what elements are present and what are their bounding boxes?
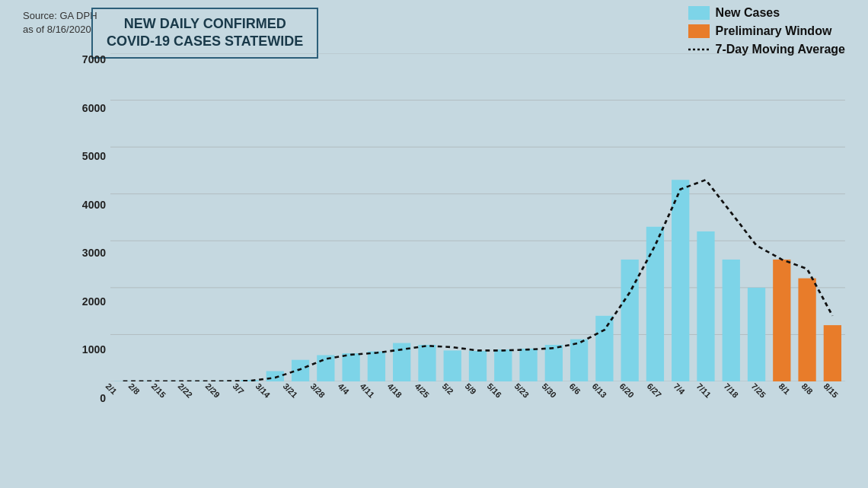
x-axis-label: 2/29	[204, 381, 222, 400]
x-axis-label: 3/21	[281, 381, 299, 400]
bar	[342, 353, 359, 381]
x-axis-label: 4/11	[359, 381, 377, 400]
x-axis-label: 7/11	[695, 381, 713, 400]
y-axis-label: 3000	[82, 247, 106, 259]
bar	[368, 352, 385, 381]
bar	[723, 260, 740, 381]
bar	[570, 340, 588, 381]
x-axis-label: 6/27	[645, 381, 663, 400]
bar	[266, 371, 284, 381]
preliminary-label: Preliminary Window	[716, 24, 832, 38]
x-axis-label: 5/16	[486, 381, 504, 400]
x-axis-label: 4/18	[386, 381, 404, 400]
legend-preliminary: Preliminary Window	[688, 24, 845, 38]
x-axis-label: 5/30	[541, 381, 559, 400]
new-cases-label: New Cases	[716, 6, 780, 20]
bar	[469, 351, 487, 381]
x-axis-label: 7/18	[723, 381, 741, 400]
x-axis: 2/12/82/152/222/293/73/143/213/284/44/11…	[110, 381, 845, 404]
bar	[672, 180, 689, 381]
y-axis: 01000200030004000500060007000	[65, 53, 110, 404]
bar	[595, 316, 613, 381]
source-text: Source: GA DPH as of 8/16/2020	[23, 9, 97, 37]
x-axis-label: 4/25	[413, 381, 432, 400]
y-axis-label: 1000	[82, 343, 106, 356]
x-axis-label: 2/22	[177, 381, 195, 400]
x-axis-label: 5/23	[513, 381, 531, 400]
x-axis-label: 8/8	[799, 381, 814, 396]
bar	[773, 260, 790, 381]
bar	[292, 360, 309, 381]
y-axis-label: 7000	[82, 53, 106, 65]
new-cases-swatch	[688, 6, 710, 20]
chart-area: 01000200030004000500060007000 2/12/82/15…	[65, 53, 845, 404]
x-axis-label: 7/4	[672, 381, 687, 396]
x-axis-label: 8/1	[777, 381, 791, 396]
bar	[418, 345, 436, 381]
bar	[646, 227, 664, 381]
bar	[519, 349, 537, 381]
y-axis-label: 6000	[82, 102, 106, 114]
bar	[444, 350, 461, 381]
legend-new-cases: New Cases	[688, 6, 845, 20]
bars-container	[110, 53, 845, 381]
bar	[798, 279, 815, 381]
x-axis-label: 6/13	[590, 381, 608, 400]
x-axis-label: 3/7	[231, 381, 246, 396]
bar	[621, 260, 639, 381]
x-axis-label: 7/25	[749, 381, 767, 400]
bar	[824, 325, 841, 381]
bar	[697, 231, 714, 381]
y-axis-label: 4000	[82, 199, 106, 211]
x-axis-label: 3/14	[254, 381, 272, 400]
x-axis-label: 3/28	[308, 381, 327, 400]
chart-title: NEW DAILY CONFIRMED COVID-19 CASES STATE…	[107, 15, 303, 51]
x-axis-label: 8/15	[822, 381, 841, 400]
chart-container: Source: GA DPH as of 8/16/2020 NEW DAILY…	[0, 0, 868, 488]
y-axis-label: 2000	[82, 295, 106, 308]
chart-title-box: NEW DAILY CONFIRMED COVID-19 CASES STATE…	[91, 8, 318, 59]
x-axis-label: 5/9	[463, 381, 477, 396]
x-axis-label: 6/6	[568, 381, 582, 396]
bar	[494, 349, 512, 381]
bar	[748, 288, 765, 381]
chart-legend: New Cases Preliminary Window 7-Day Movin…	[688, 6, 845, 56]
x-axis-label: 2/8	[126, 381, 141, 396]
bar	[317, 356, 334, 381]
bar	[545, 345, 563, 381]
x-axis-label: 5/2	[440, 381, 455, 396]
x-axis-label: 4/4	[336, 381, 350, 396]
y-axis-label: 0	[100, 392, 106, 404]
x-axis-label: 2/15	[149, 381, 168, 400]
x-axis-label: 6/20	[617, 381, 636, 400]
preliminary-swatch	[688, 24, 710, 38]
y-axis-label: 5000	[82, 150, 106, 162]
